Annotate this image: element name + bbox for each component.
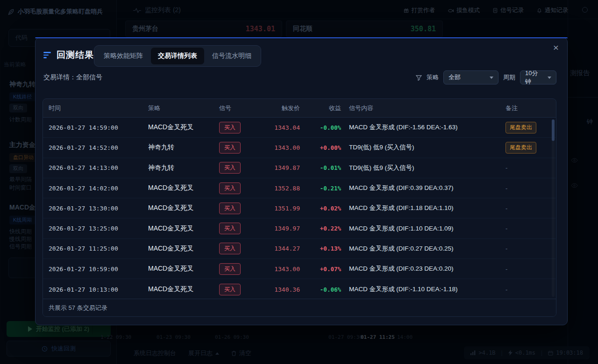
tab-strategy-matrix[interactable]: 策略效能矩阵 — [97, 48, 150, 64]
cell-time: 2026-01-27 13:30:00 — [49, 205, 148, 212]
cell-pnl: -0.00% — [300, 124, 341, 131]
period-select-value: 10分钟 — [525, 69, 544, 86]
col-time: 时间 — [49, 104, 148, 112]
cell-signal: 买入 — [219, 263, 256, 275]
cell-signal: 买入 — [219, 203, 256, 214]
cell-pnl: +0.07% — [300, 266, 341, 273]
filter-sort-icon — [43, 52, 51, 58]
cell-trigger-price: 1349.97 — [256, 225, 300, 232]
cell-strategy: MACD金叉死叉 — [148, 245, 219, 253]
cell-trigger-price: 1343.00 — [256, 266, 300, 273]
cell-time: 2026-01-27 14:13:00 — [49, 164, 148, 171]
cell-trigger-price: 1351.99 — [256, 205, 300, 212]
cell-pnl: +0.02% — [300, 205, 341, 212]
cell-signal-content: MACD 金叉形成 (DIF:0.27 DEA:0.25) — [341, 245, 500, 253]
table-scrollbar[interactable] — [552, 119, 555, 297]
cell-strategy: MACD金叉死叉 — [148, 123, 219, 132]
cell-note: 尾盘卖出 — [500, 122, 550, 133]
cell-time: 2026-01-27 11:25:00 — [49, 245, 148, 252]
modal-title: 回测结果 — [57, 49, 94, 61]
cell-time: 2026-01-27 14:02:00 — [49, 185, 148, 192]
col-strategy: 策略 — [148, 104, 219, 112]
table-row[interactable]: 2026-01-27 14:59:00 MACD金叉死叉 买入 1343.04 … — [43, 118, 556, 138]
cell-time: 2026-01-27 13:25:00 — [49, 225, 148, 232]
cell-note: 尾盘卖出 — [500, 142, 550, 154]
cell-note: - — [500, 164, 550, 171]
buy-signal-badge: 买入 — [219, 142, 241, 154]
period-filter-label: 周期 — [503, 73, 515, 82]
cell-signal: 买入 — [219, 243, 256, 254]
cell-time: 2026-01-27 10:59:00 — [49, 266, 148, 273]
buy-signal-badge: 买入 — [219, 263, 241, 275]
cell-signal: 买入 — [219, 223, 256, 234]
col-note: 备注 — [500, 104, 550, 112]
cell-pnl: +0.13% — [300, 245, 341, 252]
backtest-results-modal: 回测结果 策略效能矩阵 交易详情列表 信号流水明细 × 交易详情：全部信号 策略… — [35, 37, 568, 325]
cell-signal-content: MACD 金叉形成 (DIF:0.23 DEA:0.20) — [341, 265, 500, 273]
trade-details-subtitle: 交易详情：全部信号 — [43, 73, 102, 82]
filter-controls: 策略 全部 周期 10分钟 — [416, 70, 556, 84]
cell-note: - — [500, 185, 550, 192]
cell-signal: 买入 — [219, 142, 256, 154]
period-select[interactable]: 10分钟 — [520, 70, 556, 84]
table-row[interactable]: 2026-01-27 11:25:00 MACD金叉死叉 买入 1344.27 … — [43, 239, 556, 259]
table-row[interactable]: 2026-01-27 10:13:00 MACD金叉死叉 买入 1340.36 … — [43, 279, 556, 299]
cell-signal: 买入 — [219, 162, 256, 174]
cell-time: 2026-01-27 14:59:00 — [49, 124, 148, 131]
strategy-select[interactable]: 全部 — [443, 70, 498, 84]
buy-signal-badge: 买入 — [219, 243, 241, 254]
buy-signal-badge: 买入 — [219, 182, 241, 194]
table-row[interactable]: 2026-01-27 10:59:00 MACD金叉死叉 买入 1343.00 … — [43, 259, 556, 279]
cell-signal-content: MACD 金叉形成 (DIF:-1.56 DEA:-1.63) — [341, 123, 500, 132]
tab-signal-flow[interactable]: 信号流水明细 — [205, 48, 258, 64]
col-trigger-price: 触发价 — [256, 104, 300, 112]
cell-note: - — [500, 266, 550, 273]
chevron-down-icon — [490, 77, 493, 79]
cell-trigger-price: 1343.04 — [256, 124, 300, 131]
cell-signal: 买入 — [219, 284, 256, 295]
cell-signal: 买入 — [219, 122, 256, 133]
cell-trigger-price: 1349.87 — [256, 164, 300, 171]
cell-strategy: 神奇九转 — [148, 164, 219, 172]
tab-trade-details[interactable]: 交易详情列表 — [151, 48, 204, 64]
close-icon[interactable]: × — [553, 42, 559, 52]
col-signal-content: 信号内容 — [341, 104, 500, 112]
modal-title-row: 回测结果 — [43, 49, 94, 61]
cell-strategy: MACD金叉死叉 — [148, 285, 219, 294]
note-badge: 尾盘卖出 — [505, 122, 536, 133]
cell-pnl: -0.21% — [300, 185, 341, 192]
buy-signal-badge: 买入 — [219, 223, 241, 234]
cell-strategy: MACD金叉死叉 — [148, 184, 219, 192]
cell-trigger-price: 1343.00 — [256, 144, 300, 151]
cell-signal-content: MACD 金叉形成 (DIF:1.18 DEA:1.10) — [341, 204, 500, 212]
table-header: 时间 策略 信号 触发价 收益 信号内容 备注 — [43, 99, 556, 118]
strategy-select-value: 全部 — [448, 73, 461, 82]
table-body: 2026-01-27 14:59:00 MACD金叉死叉 买入 1343.04 … — [43, 118, 556, 300]
cell-trigger-price: 1352.88 — [256, 185, 300, 192]
cell-time: 2026-01-27 14:52:00 — [49, 144, 148, 151]
cell-strategy: 神奇九转 — [148, 143, 219, 152]
buy-signal-badge: 买入 — [219, 284, 241, 295]
cell-strategy: MACD金叉死叉 — [148, 265, 219, 273]
col-signal: 信号 — [219, 104, 256, 112]
cell-pnl: +0.22% — [300, 225, 341, 232]
table-row[interactable]: 2026-01-27 14:02:00 MACD金叉死叉 买入 1352.88 … — [43, 178, 556, 198]
trades-table: 时间 策略 信号 触发价 收益 信号内容 备注 2026-01-27 14:59… — [43, 98, 556, 317]
funnel-icon — [416, 75, 422, 81]
modal-tab-bar: 策略效能矩阵 交易详情列表 信号流水明细 — [94, 45, 261, 67]
table-row[interactable]: 2026-01-27 13:30:00 MACD金叉死叉 买入 1351.99 … — [43, 198, 556, 218]
table-row[interactable]: 2026-01-27 14:52:00 神奇九转 买入 1343.00 +0.0… — [43, 138, 556, 158]
cell-signal-content: TD9(低) 低9 (买入信号) — [341, 164, 500, 172]
cell-pnl: -0.01% — [300, 164, 341, 171]
cell-strategy: MACD金叉死叉 — [148, 224, 219, 233]
table-footer: 共展示 57 条交易记录 — [43, 299, 556, 316]
cell-note: - — [500, 205, 550, 212]
table-row[interactable]: 2026-01-27 13:25:00 MACD金叉死叉 买入 1349.97 … — [43, 218, 556, 238]
cell-trigger-price: 1344.27 — [256, 245, 300, 252]
cell-pnl: -0.06% — [300, 286, 341, 293]
chevron-down-icon — [548, 77, 551, 79]
cell-note: - — [500, 286, 550, 293]
scrollbar-thumb[interactable] — [552, 119, 555, 141]
table-row[interactable]: 2026-01-27 14:13:00 神奇九转 买入 1349.87 -0.0… — [43, 158, 556, 178]
cell-signal-content: TD9(低) 低9 (买入信号) — [341, 143, 500, 152]
